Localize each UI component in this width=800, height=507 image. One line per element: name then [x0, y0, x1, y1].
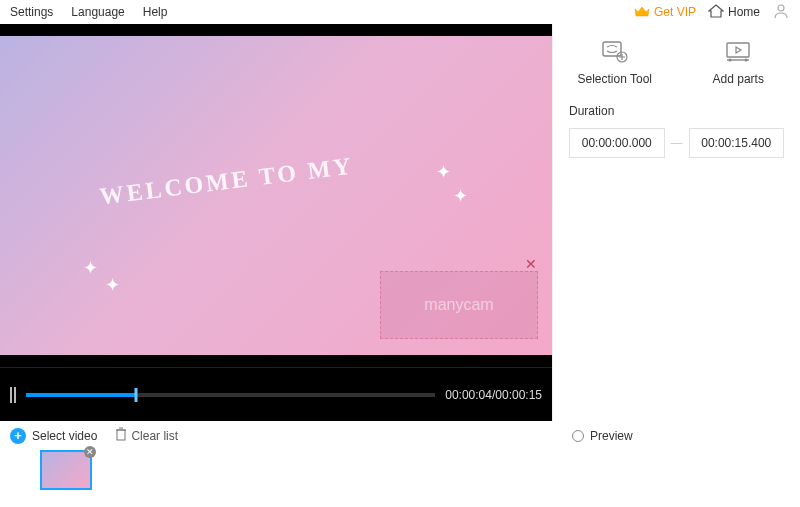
preview-toggle[interactable]: Preview	[572, 429, 633, 443]
timeline: 00:00:04/00:00:15	[0, 367, 552, 421]
get-vip-button[interactable]: Get VIP	[634, 5, 696, 20]
duration-separator: —	[671, 136, 683, 150]
radio-icon	[572, 430, 584, 442]
duration-label: Duration	[569, 104, 784, 118]
duration-end-input[interactable]: 00:00:15.400	[689, 128, 785, 158]
main-area: WELCOME TO MY ✦ ✦ ✦ ✦ manycam ✕ 00:00:04…	[0, 24, 800, 421]
preview-label: Preview	[590, 429, 633, 443]
user-icon[interactable]	[772, 2, 790, 23]
sparkle-icon: ✦	[105, 274, 120, 296]
play-pause-button[interactable]	[10, 387, 16, 403]
sparkle-icon: ✦	[453, 185, 468, 207]
bottom-bar: + Select video Clear list Preview ✕	[0, 421, 800, 507]
get-vip-label: Get VIP	[654, 5, 696, 19]
home-icon	[708, 4, 724, 21]
timeline-track[interactable]	[26, 393, 435, 397]
crown-icon	[634, 5, 650, 20]
timeline-handle[interactable]	[135, 388, 138, 402]
timecode: 00:00:04/00:00:15	[445, 388, 542, 402]
select-video-label: Select video	[32, 429, 97, 443]
letterbox-bottom	[0, 355, 552, 367]
duration-row: 00:00:00.000 — 00:00:15.400	[569, 128, 784, 158]
clear-list-button[interactable]: Clear list	[115, 427, 178, 444]
tools-row: Selection Tool Add parts	[553, 30, 800, 94]
time-current: 00:00:04	[445, 388, 492, 402]
timeline-progress	[26, 393, 136, 397]
remove-thumbnail-icon[interactable]: ✕	[84, 446, 96, 458]
home-label: Home	[728, 5, 760, 19]
select-video-button[interactable]: + Select video	[10, 428, 97, 444]
video-panel: WELCOME TO MY ✦ ✦ ✦ ✦ manycam ✕ 00:00:04…	[0, 24, 552, 421]
plus-icon: +	[10, 428, 26, 444]
thumbnail-strip: ✕	[10, 450, 790, 490]
sparkle-icon: ✦	[83, 257, 98, 279]
menu-left: Settings Language Help	[10, 5, 167, 19]
menu-language[interactable]: Language	[71, 5, 124, 19]
bottom-row: + Select video Clear list Preview	[10, 427, 790, 444]
duration-start-input[interactable]: 00:00:00.000	[569, 128, 665, 158]
svg-point-0	[778, 5, 784, 11]
watermark-selection[interactable]: manycam ✕	[380, 271, 538, 339]
svg-rect-3	[727, 43, 749, 57]
menu-right: Get VIP Home	[634, 2, 790, 23]
selection-tool-label: Selection Tool	[553, 72, 677, 86]
trash-icon	[115, 427, 127, 444]
home-button[interactable]: Home	[708, 4, 760, 21]
watermark-text: manycam	[424, 296, 493, 314]
menu-help[interactable]: Help	[143, 5, 168, 19]
duration-section: Duration 00:00:00.000 — 00:00:15.400	[553, 94, 800, 168]
time-total: 00:00:15	[495, 388, 542, 402]
close-icon[interactable]: ✕	[525, 256, 537, 272]
add-parts-icon	[677, 38, 801, 66]
tools-panel: Selection Tool Add parts Duration 00:00:…	[552, 24, 800, 421]
svg-point-4	[729, 59, 732, 62]
sparkle-icon: ✦	[436, 161, 451, 183]
video-thumbnail[interactable]: ✕	[40, 450, 92, 490]
clear-list-label: Clear list	[131, 429, 178, 443]
menu-bar: Settings Language Help Get VIP Home	[0, 0, 800, 24]
selection-tool-button[interactable]: Selection Tool	[553, 30, 677, 94]
selection-tool-icon	[553, 38, 677, 66]
svg-rect-6	[117, 430, 125, 440]
video-preview[interactable]: WELCOME TO MY ✦ ✦ ✦ ✦ manycam ✕	[0, 24, 552, 367]
add-parts-label: Add parts	[677, 72, 801, 86]
menu-settings[interactable]: Settings	[10, 5, 53, 19]
letterbox-top	[0, 24, 552, 36]
add-parts-button[interactable]: Add parts	[677, 30, 801, 94]
svg-point-5	[745, 59, 748, 62]
